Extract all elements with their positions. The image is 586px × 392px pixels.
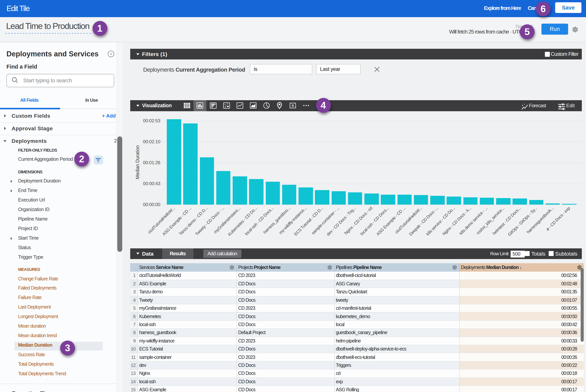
svg-text:6: 6 [292, 103, 294, 108]
